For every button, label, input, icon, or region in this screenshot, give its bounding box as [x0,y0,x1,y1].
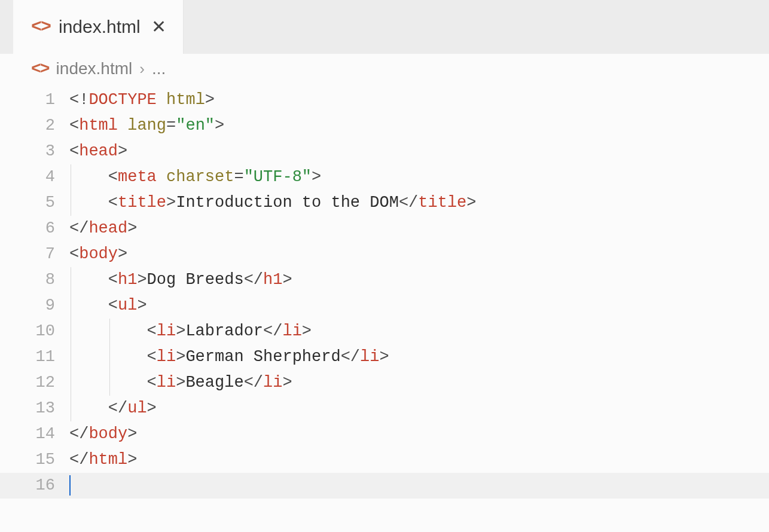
code-text: </body> [69,425,137,443]
chevron-right-icon: › [139,60,145,78]
code-line[interactable]: 12<li>Beagle</li> [0,370,769,396]
code-text: <title>Introduction to the DOM</title> [108,194,477,212]
code-text [69,476,71,494]
tab-index-html[interactable]: <> index.html ✕ [13,0,184,54]
code-text: </ul> [108,399,157,417]
code-text: </html> [69,451,137,469]
line-number: 8 [0,267,69,293]
line-number: 2 [0,113,69,139]
line-number: 11 [0,344,69,370]
code-line[interactable]: 14</body> [0,421,769,447]
code-line[interactable]: 15</html> [0,447,769,473]
line-number: 7 [0,241,69,267]
indent-guide [71,164,71,190]
indent-guide [71,370,71,396]
line-number: 10 [0,319,69,344]
indent-guide [71,267,71,293]
line-number: 15 [0,447,69,473]
close-icon[interactable]: ✕ [151,18,166,36]
line-number: 14 [0,421,69,447]
html-file-icon: <> [31,60,49,78]
indent-guide [71,344,71,370]
code-editor[interactable]: 1<!DOCTYPE html>2<html lang="en">3<head>… [0,84,769,532]
breadcrumb-filename: index.html [56,59,133,78]
code-text: <li>Labrador</li> [147,322,312,340]
code-text: <li>German Sherpherd</li> [147,348,389,366]
breadcrumb[interactable]: <> index.html › ... [0,54,769,84]
editor-window: <> index.html ✕ <> index.html › ... 1<!D… [0,0,769,532]
code-line[interactable]: 9<ul> [0,293,769,319]
code-line[interactable]: 1<!DOCTYPE html> [0,87,769,113]
indent-guide [71,293,71,319]
code-line[interactable]: 13</ul> [0,396,769,421]
code-text: <head> [69,142,127,160]
line-number: 5 [0,190,69,216]
indent-guide [71,190,71,216]
indent-guide [109,344,110,370]
code-line[interactable]: 4<meta charset="UTF-8"> [0,164,769,190]
line-number: 13 [0,396,69,421]
line-number: 1 [0,87,69,113]
code-line[interactable]: 2<html lang="en"> [0,113,769,139]
indent-guide [109,370,110,396]
code-line[interactable]: 8<h1>Dog Breeds</h1> [0,267,769,293]
code-text: <h1>Dog Breeds</h1> [108,271,292,289]
code-text: <body> [69,245,127,263]
code-text: <ul> [108,296,147,314]
code-line[interactable]: 7<body> [0,241,769,267]
code-text: </head> [69,219,137,237]
code-line[interactable]: 6</head> [0,216,769,241]
tab-label: index.html [59,17,141,37]
indent-guide [109,319,110,344]
html-file-icon: <> [31,17,50,37]
tab-bar: <> index.html ✕ [0,0,769,54]
line-number: 6 [0,216,69,241]
code-line[interactable]: 11<li>German Sherpherd</li> [0,344,769,370]
line-number: 9 [0,293,69,319]
code-line[interactable]: 3<head> [0,139,769,164]
breadcrumb-rest: ... [152,59,166,78]
text-cursor [69,475,71,496]
line-number: 4 [0,164,69,190]
indent-guide [71,319,71,344]
code-text: <html lang="en"> [69,117,224,134]
code-text: <!DOCTYPE html> [69,91,215,109]
code-text: <meta charset="UTF-8"> [108,168,321,186]
code-text: <li>Beagle</li> [147,374,292,392]
line-number: 3 [0,139,69,164]
code-line[interactable]: 5<title>Introduction to the DOM</title> [0,190,769,216]
line-number: 12 [0,370,69,396]
line-number: 16 [0,473,69,499]
indent-guide [71,396,71,421]
code-line[interactable]: 10<li>Labrador</li> [0,319,769,344]
code-line[interactable]: 16 [0,473,769,499]
